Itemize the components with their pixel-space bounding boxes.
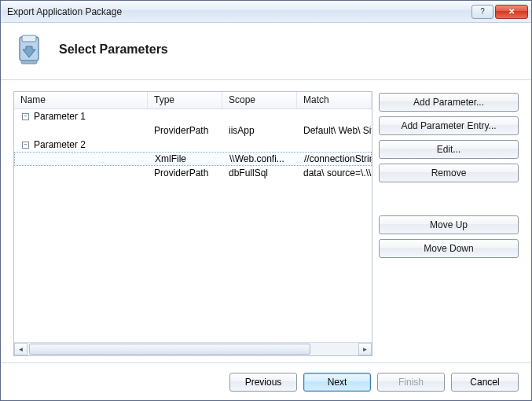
tree-child-row[interactable]: ProviderPathdbFullSqldata\ source=\.\\SQ bbox=[14, 166, 372, 180]
cell-type: ProviderPath bbox=[148, 125, 222, 136]
help-button[interactable]: ? bbox=[471, 5, 493, 19]
tree-child-row[interactable]: XmlFile\\Web.confi...//connectionStrings… bbox=[14, 152, 372, 166]
table-header: Name Type Scope Match bbox=[14, 92, 372, 109]
cell-scope: dbFullSql bbox=[222, 167, 297, 178]
tree-group-row[interactable]: −Parameter 1 bbox=[14, 109, 372, 123]
cell-name: −Parameter 2 bbox=[14, 139, 148, 150]
add-parameter-button[interactable]: Add Parameter... bbox=[379, 93, 519, 112]
cell-scope: iisApp bbox=[222, 125, 297, 136]
cell-type: XmlFile bbox=[149, 153, 223, 164]
title-bar: Export Application Package ? ✕ bbox=[1, 1, 531, 23]
package-icon bbox=[15, 34, 46, 65]
close-button[interactable]: ✕ bbox=[495, 5, 528, 19]
page-title: Select Parameters bbox=[59, 42, 168, 57]
close-icon: ✕ bbox=[508, 7, 515, 16]
tree-child-row[interactable]: ProviderPathiisAppDefault\ Web\ Site/M bbox=[14, 123, 372, 138]
tree-group-row[interactable]: −Parameter 2 bbox=[14, 138, 372, 152]
cancel-button[interactable]: Cancel bbox=[451, 373, 519, 392]
expand-toggle-icon[interactable]: − bbox=[22, 113, 29, 120]
parameter-tree[interactable]: Name Type Scope Match −Parameter 1Provid… bbox=[13, 91, 372, 356]
spacer bbox=[379, 187, 519, 211]
scroll-right-icon[interactable]: ► bbox=[358, 343, 372, 355]
cell-scope: \\Web.confi... bbox=[223, 153, 298, 164]
help-icon: ? bbox=[480, 7, 485, 16]
col-name[interactable]: Name bbox=[14, 92, 148, 109]
horizontal-scrollbar[interactable]: ◄ ► bbox=[14, 342, 372, 355]
wizard-body: Name Type Scope Match −Parameter 1Provid… bbox=[1, 80, 531, 362]
remove-button[interactable]: Remove bbox=[379, 164, 519, 182]
expand-toggle-icon[interactable]: − bbox=[22, 142, 29, 149]
add-parameter-entry-button[interactable]: Add Parameter Entry... bbox=[379, 116, 519, 135]
finish-button: Finish bbox=[377, 373, 445, 392]
group-label: Parameter 2 bbox=[34, 139, 86, 150]
previous-button[interactable]: Previous bbox=[229, 373, 297, 392]
cell-name: −Parameter 1 bbox=[14, 111, 148, 122]
col-type[interactable]: Type bbox=[148, 92, 222, 109]
cell-match: Default\ Web\ Site/M bbox=[297, 125, 372, 136]
table-body: −Parameter 1ProviderPathiisAppDefault\ W… bbox=[14, 109, 372, 342]
svg-rect-2 bbox=[21, 61, 37, 64]
cell-match: //connectionStrings/ bbox=[298, 153, 371, 164]
col-match[interactable]: Match bbox=[297, 92, 372, 109]
scroll-thumb[interactable] bbox=[29, 344, 310, 355]
move-down-button[interactable]: Move Down bbox=[379, 239, 519, 258]
scroll-left-icon[interactable]: ◄ bbox=[14, 343, 28, 355]
cell-match: data\ source=\.\\SQ bbox=[297, 167, 372, 178]
dialog-window: Export Application Package ? ✕ Select Pa… bbox=[0, 0, 532, 401]
wizard-header: Select Parameters bbox=[1, 23, 531, 80]
scroll-track[interactable] bbox=[28, 343, 358, 355]
move-up-button[interactable]: Move Up bbox=[379, 215, 519, 234]
next-button[interactable]: Next bbox=[303, 373, 371, 392]
window-title: Export Application Package bbox=[4, 6, 470, 17]
cell-type: ProviderPath bbox=[148, 167, 222, 178]
wizard-footer: Previous Next Finish Cancel bbox=[1, 362, 531, 400]
edit-button[interactable]: Edit... bbox=[379, 140, 519, 159]
svg-rect-1 bbox=[22, 35, 36, 42]
group-label: Parameter 1 bbox=[34, 111, 86, 122]
button-panel: Add Parameter... Add Parameter Entry... … bbox=[379, 91, 519, 356]
col-scope[interactable]: Scope bbox=[222, 92, 297, 109]
